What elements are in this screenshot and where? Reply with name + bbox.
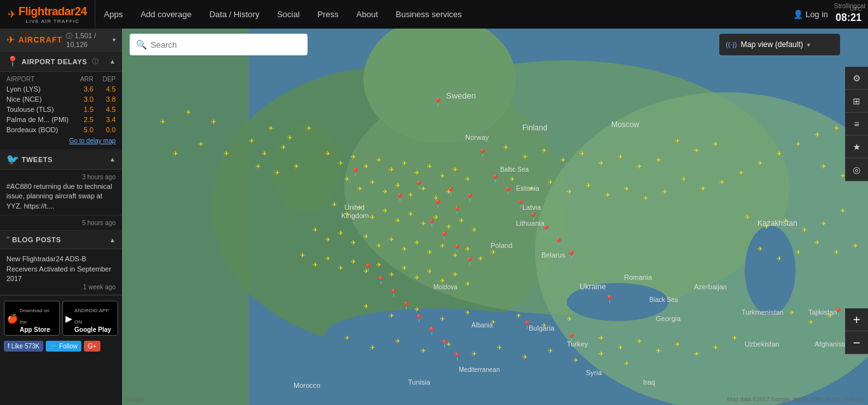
facebook-button[interactable]: f Like 573K <box>4 341 43 352</box>
svg-text:📍: 📍 <box>414 313 424 323</box>
blog-item[interactable]: New Flightradar24 ADS-B Receivers Activa… <box>0 249 122 295</box>
airport-delays-header[interactable]: 📍 AIRPORT DELAYS ⓘ ▲ <box>0 51 122 72</box>
nav-about[interactable]: About <box>348 0 387 29</box>
nav-data-history[interactable]: Data / History <box>200 0 268 29</box>
settings-button[interactable]: ⚙ <box>845 67 868 90</box>
svg-text:✈: ✈ <box>395 217 400 224</box>
url-bar: Strollingcat <box>832 1 868 11</box>
zoom-out-button[interactable]: − <box>845 331 868 354</box>
nav-business[interactable]: Business services <box>387 0 471 29</box>
svg-text:✈: ✈ <box>713 344 718 351</box>
logo[interactable]: ✈ Flightradar24 LIVE AIR TRAFFIC <box>0 0 95 29</box>
search-input[interactable] <box>151 40 301 50</box>
tweets-title: TWEETS <box>22 156 53 163</box>
tweets-header[interactable]: 🐦 TWEETS ▲ <box>0 149 122 170</box>
table-row[interactable]: Toulouse (TLS) 1.5 4.5 <box>0 104 122 114</box>
svg-text:📍: 📍 <box>465 193 475 202</box>
svg-text:📍: 📍 <box>503 186 513 196</box>
svg-text:✈: ✈ <box>357 185 362 192</box>
tweet-time: 3 hours ago <box>6 174 116 181</box>
compass-button[interactable]: ◎ <box>845 158 868 181</box>
svg-text:✈: ✈ <box>637 163 642 170</box>
svg-text:✈: ✈ <box>351 258 356 265</box>
map-view-dropdown[interactable]: ((·)) Map view (default) ▾ <box>719 34 840 55</box>
favorites-button[interactable]: ★ <box>845 135 868 158</box>
svg-text:Lithuania: Lithuania <box>516 219 545 227</box>
svg-text:✈: ✈ <box>402 160 407 167</box>
svg-text:Mediterranean: Mediterranean <box>459 366 499 373</box>
aircraft-bar[interactable]: ✈ AIRCRAFT ⓘ 1,501 / 10,126 ▾ <box>0 29 122 51</box>
top-navigation: ✈ Flightradar24 LIVE AIR TRAFFIC Apps Ad… <box>0 0 868 29</box>
svg-text:✈: ✈ <box>738 169 743 176</box>
layers-button[interactable]: ⊞ <box>845 90 868 113</box>
map-attribution-google: Google <box>126 396 144 402</box>
svg-text:✈: ✈ <box>802 226 807 233</box>
svg-text:📍: 📍 <box>427 218 437 228</box>
table-row[interactable]: Lyon (LYS) 3.6 4.5 <box>0 84 122 94</box>
go-to-delay-map-link[interactable]: Go to delay map <box>0 135 122 147</box>
svg-text:✈: ✈ <box>427 268 432 275</box>
login-button[interactable]: 👤 Log in <box>793 10 828 19</box>
svg-text:✈: ✈ <box>421 220 426 227</box>
svg-text:Latvia: Latvia <box>522 203 541 211</box>
svg-text:✈: ✈ <box>586 182 591 189</box>
zoom-in-button[interactable]: + <box>845 308 868 331</box>
svg-text:✈: ✈ <box>503 144 508 151</box>
svg-text:✈: ✈ <box>541 147 546 154</box>
svg-text:✈: ✈ <box>325 255 330 262</box>
blog-posts-header[interactable]: " BLOG POSTS ▲ <box>0 231 122 249</box>
table-row[interactable]: Palma de M... (PMI) 2.5 3.4 <box>0 114 122 125</box>
svg-text:📍: 📍 <box>567 250 576 259</box>
svg-text:Belarus: Belarus <box>541 251 566 259</box>
nav-social[interactable]: Social <box>268 0 308 29</box>
svg-rect-4 <box>122 29 249 405</box>
svg-text:✈: ✈ <box>427 163 432 170</box>
nav-add-coverage[interactable]: Add coverage <box>132 0 200 29</box>
facebook-icon: f <box>8 343 10 350</box>
svg-text:✈: ✈ <box>694 147 699 154</box>
svg-text:✈: ✈ <box>452 271 458 278</box>
svg-text:✈: ✈ <box>300 252 305 259</box>
svg-text:✈: ✈ <box>383 188 388 195</box>
svg-text:✈: ✈ <box>421 347 426 354</box>
svg-text:📍: 📍 <box>395 193 405 202</box>
svg-text:✈: ✈ <box>370 344 375 351</box>
svg-text:Moldova: Moldova <box>433 284 458 291</box>
svg-text:✈: ✈ <box>262 150 267 157</box>
svg-text:Albania: Albania <box>471 322 493 329</box>
nav-press[interactable]: Press <box>309 0 348 29</box>
nav-apps[interactable]: Apps <box>95 0 132 29</box>
twitter-follow-button[interactable]: 🐦 Follow <box>46 341 81 352</box>
svg-text:📍: 📍 <box>433 199 443 209</box>
svg-text:📍: 📍 <box>554 237 564 247</box>
twitter-icon: 🐦 <box>6 153 19 165</box>
search-icon: 🔍 <box>136 39 147 50</box>
google-plus-button[interactable]: G+ <box>84 341 100 352</box>
svg-text:✈: ✈ <box>427 249 432 256</box>
filter-button[interactable]: ≡ <box>845 113 868 135</box>
app-store-button[interactable]: 🍎 Download on the App Store <box>4 301 60 336</box>
svg-text:✈: ✈ <box>313 226 318 233</box>
svg-text:✈: ✈ <box>516 312 521 319</box>
svg-text:✈: ✈ <box>796 141 801 148</box>
svg-text:✈: ✈ <box>675 137 680 144</box>
svg-text:Georgia: Georgia <box>656 315 681 322</box>
svg-text:✈: ✈ <box>656 156 661 163</box>
aircraft-count: ⓘ 1,501 / 10,126 <box>66 32 112 48</box>
map-controls: ⚙ ⊞ ≡ ★ ◎ <box>845 67 868 181</box>
svg-point-9 <box>745 226 796 315</box>
svg-text:✈: ✈ <box>522 354 527 360</box>
airport-delays-info: ⓘ <box>92 57 98 66</box>
svg-text:✈: ✈ <box>344 334 349 341</box>
svg-text:✈: ✈ <box>344 175 349 182</box>
svg-text:✈: ✈ <box>656 347 661 354</box>
map-area[interactable]: ✈✈✈ ✈✈✈ ✈✈✈ ✈✈✈ ✈✈✈ ✈✈✈ ✈✈✈ ✈✈✈ ✈✈✈ ✈✈✈ … <box>122 29 868 405</box>
svg-text:✈: ✈ <box>757 160 763 167</box>
airport-table: AIRPORT ARR DEP Lyon (LYS) 3.6 4.5 Nice … <box>0 72 122 149</box>
table-row[interactable]: Bordeaux (BOD) 5.0 0.0 <box>0 125 122 135</box>
svg-text:✈: ✈ <box>821 163 826 170</box>
blog-chevron: ▲ <box>109 237 116 244</box>
svg-text:✈: ✈ <box>389 312 394 319</box>
google-play-button[interactable]: ▶ ANDROID APP ON Google Play <box>62 301 118 336</box>
table-row[interactable]: Nice (NCE) 3.0 3.8 <box>0 94 122 104</box>
